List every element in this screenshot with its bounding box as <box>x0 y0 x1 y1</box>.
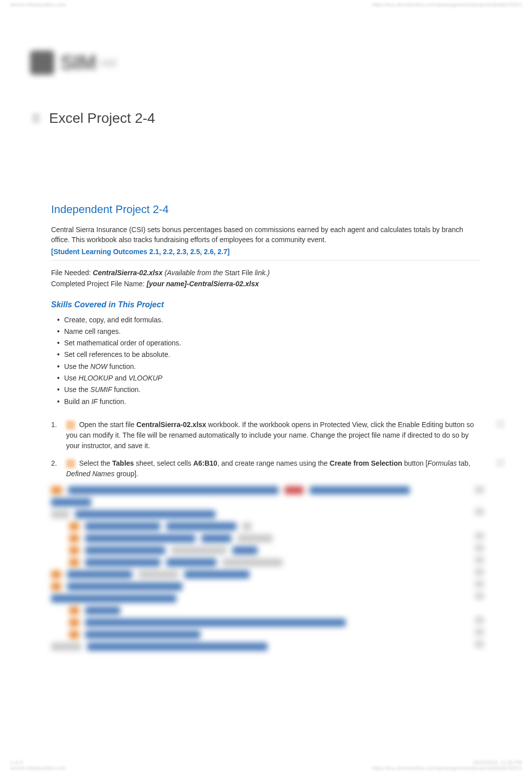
step-item: Open the start file CentralSierra-02.xls… <box>51 420 481 451</box>
skill-suffix: function. <box>107 362 136 370</box>
content-body: Independent Project 2-4 Central Sierra I… <box>51 202 481 651</box>
logo-text: SIM <box>60 51 96 75</box>
skill-prefix: Use the <box>64 385 90 394</box>
side-tag-icon <box>496 458 505 467</box>
document-title: Excel Project 2-4 <box>49 110 155 126</box>
skill-item: Use HLOOKUP and VLOOKUP <box>57 373 481 383</box>
step-bold: Create from Selection <box>330 459 402 467</box>
project-heading: Independent Project 2-4 <box>51 202 481 218</box>
step-text: group]. <box>115 470 138 478</box>
logo-suffix: net <box>100 56 117 70</box>
step-bold: CentralSierra-02.xlsx <box>136 421 206 429</box>
side-tag-icon <box>496 420 505 429</box>
skill-suffix: function. <box>98 398 126 406</box>
step-text: Open the start file <box>79 421 136 429</box>
completed-name: [your name]-CentralSierra-02.xlsx <box>147 280 259 288</box>
skill-func: SUMIF <box>90 385 112 394</box>
skill-mid: and <box>113 374 128 382</box>
skill-item: Set mathematical order of operations. <box>57 338 481 348</box>
footer-bar: 1 of 4 simnet.mheducation.com 10/23/2019… <box>10 760 522 771</box>
header-small-bar: simnet.mheducation.com https://ecu.simne… <box>0 0 532 12</box>
step-italic: Defined Names <box>66 470 115 478</box>
step-bold: A6:B10 <box>193 459 217 467</box>
skill-text: Set mathematical order of operations. <box>64 339 181 347</box>
obscured-content <box>51 486 481 651</box>
skills-list: Create, copy, and edit formulas. Name ce… <box>57 315 481 407</box>
footer-page: 1 of 4 <box>10 760 66 765</box>
document-icon <box>30 112 42 124</box>
footer-url: https://ecu.simnetonline.com/sp/assignme… <box>372 765 522 771</box>
footer-left: 1 of 4 simnet.mheducation.com <box>10 760 66 771</box>
skill-func: NOW <box>90 362 107 370</box>
document-title-row: Excel Project 2-4 <box>30 110 502 126</box>
step-item: Select the Tables sheet, select cells A6… <box>51 458 481 479</box>
help-icon[interactable] <box>66 421 75 430</box>
skill-text: Name cell ranges. <box>64 327 121 335</box>
step-text: Select the <box>79 459 112 467</box>
skill-item: Create, copy, and edit formulas. <box>57 315 481 325</box>
learning-outcomes: [Student Learning Outcomes 2.1, 2.2, 2.3… <box>51 247 481 257</box>
step-text: sheet, select cells <box>134 459 193 467</box>
step-text: button [ <box>402 459 428 467</box>
skill-func: IF <box>91 398 97 406</box>
step-text: , and create range names using the <box>217 459 330 467</box>
help-icon[interactable] <box>66 459 75 468</box>
skill-item: Build an IF function. <box>57 397 481 407</box>
skills-heading: Skills Covered in This Project <box>51 299 481 310</box>
footer-right: 10/23/2019, 11:50 PM https://ecu.simneto… <box>372 760 522 771</box>
file-needed-start: Start File <box>225 269 253 277</box>
skill-item: Name cell ranges. <box>57 326 481 336</box>
skill-func2: VLOOKUP <box>128 374 162 382</box>
skill-suffix: function. <box>112 385 141 394</box>
completed-file-line: Completed Project File Name: [your name]… <box>51 279 481 289</box>
brand-logo: SIM net <box>30 45 502 80</box>
skill-item: Set cell references to be absolute. <box>57 349 481 359</box>
skill-func: HLOOKUP <box>79 374 113 382</box>
svg-rect-0 <box>32 113 40 123</box>
project-intro: Central Sierra Insurance (CSI) sets bonu… <box>51 225 481 245</box>
skill-prefix: Use <box>64 374 79 382</box>
header-right: https://ecu.simnetonline.com/sp/assignme… <box>372 2 522 10</box>
skill-prefix: Use the <box>64 362 90 370</box>
header-left: simnet.mheducation.com <box>10 2 66 10</box>
skill-item: Use the SUMIF function. <box>57 384 481 395</box>
footer-domain: simnet.mheducation.com <box>10 765 66 771</box>
step-bold: Tables <box>112 459 134 467</box>
file-needed-name: CentralSierra-02.xlsx <box>93 269 162 277</box>
file-needed-avail: (Available from the <box>164 269 224 277</box>
skill-text: Set cell references to be absolute. <box>64 350 170 358</box>
footer-timestamp: 10/23/2019, 11:50 PM <box>372 760 522 765</box>
step-text: tab, <box>457 459 470 467</box>
steps-list: Open the start file CentralSierra-02.xls… <box>51 420 481 479</box>
step-italic: Formulas <box>427 459 456 467</box>
skill-text: Create, copy, and edit formulas. <box>64 316 163 324</box>
skill-prefix: Build an <box>64 398 91 406</box>
logo-mark-icon <box>30 51 54 75</box>
file-needed-line: File Needed: CentralSierra-02.xlsx (Avai… <box>51 268 481 278</box>
file-needed-label: File Needed: <box>51 269 91 277</box>
skill-item: Use the NOW function. <box>57 361 481 371</box>
divider <box>51 260 481 261</box>
page-container: SIM net Excel Project 2-4 Independent Pr… <box>0 0 532 651</box>
completed-label: Completed Project File Name: <box>51 280 145 288</box>
start-file-link[interactable]: link.) <box>255 269 270 277</box>
